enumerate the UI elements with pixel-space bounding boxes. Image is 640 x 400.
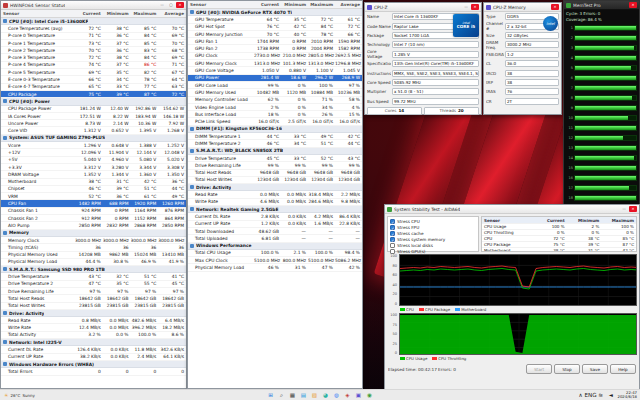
help-button[interactable]: Help	[610, 364, 636, 374]
column-header[interactable]: Current	[254, 2, 281, 7]
aida64-icon[interactable]: ◉	[366, 391, 374, 399]
sensor-row[interactable]: Drive Remaining Life97 %97 %97 %97 %	[1, 288, 186, 295]
close-button[interactable]: ✕	[629, 2, 637, 8]
sensor-group-header[interactable]: Windows Performance	[188, 243, 362, 250]
sensor-row[interactable]: Current DL Rate2.8 KB/s0.0 KB/s4.2 MB/s8…	[188, 213, 362, 220]
minimize-button[interactable]: —	[620, 206, 628, 212]
sensor-row[interactable]: VRM52 °C36 °C61 °C49 °C	[1, 193, 186, 200]
sensor-row[interactable]: Physical Memory Used14208 MB9862 MB15024…	[1, 252, 186, 259]
sensor-row[interactable]: Read Rate0.0 MB/s0.0 MB/s318.4 MB/s2.2 M…	[188, 191, 362, 198]
sensor-group-header[interactable]: Network: Realtek Gaming 2.5GbE	[188, 206, 362, 213]
sensor-row[interactable]: GPU Fan 21738 RPM0 RPM2004 RPM1582 RPM	[188, 45, 362, 52]
aida64-title-bar[interactable]: System Stability Test - AIDA64 — ✕	[385, 205, 639, 214]
close-button[interactable]: ✕	[471, 4, 479, 10]
sensor-row[interactable]: Core VID1.312 V0.652 V1.395 V1.268 V	[1, 127, 186, 134]
sensor-group-header[interactable]: Windows Hardware Errors (WHEA)	[1, 361, 186, 368]
sensor-row[interactable]: GPU Core Voltage1.050 V0.880 V1.100 V1.0…	[188, 67, 362, 74]
maximize-button[interactable]: ▢	[167, 2, 175, 8]
sensor-row[interactable]: Write Rate12.4 MB/s0.0 MB/s396.2 MB/s18.…	[1, 324, 186, 331]
sensor-row[interactable]: Timing (tCAS)36363636	[1, 244, 186, 251]
column-header[interactable]: Maximum	[308, 2, 335, 7]
sensor-row[interactable]: P-core 1 Temperature73 °C37 °C85 °C70 °C	[1, 40, 186, 47]
sensor-row[interactable]: Total Activity3.2 %0.0 %100.0 %8.6 %	[1, 332, 186, 339]
close-button[interactable]: ✕	[629, 206, 637, 212]
sensor-row[interactable]: Physical Memory Load44.4 %30.8 %46.9 %41…	[1, 259, 186, 266]
column-header[interactable]: Average	[335, 2, 362, 7]
sensor-row[interactable]: Total Errors0000	[1, 368, 186, 375]
sensor-row[interactable]: Total Host Writes12304 GB12304 GB12304 G…	[188, 177, 362, 184]
sensor-row[interactable]: Uncore Power8.73 W2.14 W10.36 W7.92 W	[1, 120, 186, 127]
column-header[interactable]: Sensor	[1, 11, 75, 16]
sensor-row[interactable]: CPU Fan1482 RPM688 RPM1920 RPM1260 RPM	[1, 200, 186, 207]
column-header[interactable]: Current	[75, 11, 103, 16]
cpuz-title-bar[interactable]: CPU-Z — ✕	[365, 3, 481, 12]
sensor-row[interactable]: Current DL Rate126.4 KB/s0.0 KB/s11.8 MB…	[1, 346, 186, 353]
checkbox[interactable]	[390, 237, 395, 242]
sensor-group-header[interactable]: Drive: Activity	[1, 310, 186, 317]
sensor-row[interactable]: P-core 0 Temperature71 °C36 °C84 °C69 °C	[1, 33, 186, 40]
close-button[interactable]: ✕	[176, 2, 184, 8]
tray-expand-icon[interactable]: ∧	[577, 391, 585, 399]
volume-icon[interactable]: ◄	[607, 391, 615, 399]
sensor-row[interactable]: Video Engine Load2 %0 %34 %4 %	[188, 104, 362, 111]
sensor-row[interactable]: Read Rate0.8 MB/s0.0 MB/s482.6 MB/s6.4 M…	[1, 317, 186, 324]
column-header[interactable]: Minimum	[281, 2, 308, 7]
sensor-row[interactable]: GPU Memory Junction70 °C40 °C78 °C66 °C	[188, 31, 362, 38]
sensor-row[interactable]: GPU Power281.4 W18.6 W296.2 W268.9 W	[188, 75, 362, 82]
sensor-row[interactable]: Max CPU Clock5100.0 MHz800.0 MHz5100.0 M…	[188, 257, 362, 264]
widgets-icon[interactable]: ▤	[300, 391, 308, 399]
network-icon[interactable]: ≋	[597, 391, 605, 399]
column-header[interactable]: Maximum	[131, 11, 159, 16]
search-icon[interactable]: ⌕	[278, 391, 286, 399]
sensor-row[interactable]: DIMM Temperature 144 °C33 °C49 °C42 °C	[188, 133, 362, 140]
checkbox[interactable]	[390, 225, 395, 230]
sensor-row[interactable]: Chipset46 °C39 °C51 °C44 °C	[1, 186, 186, 193]
sensor-row[interactable]: P-core 3 Temperature72 °C38 °C84 °C69 °C	[1, 54, 186, 61]
table-row[interactable]: Motherboard38 °C31 °C42 °C	[482, 248, 636, 252]
save-button[interactable]: Save	[582, 364, 608, 374]
hwinfo-title-bar[interactable]: HWiNFO64 Sensor Status — ▢ ✕	[1, 1, 186, 10]
sensor-row[interactable]: PCIe Link Speed16.0 GT/s2.5 GT/s16.0 GT/…	[188, 118, 362, 125]
sensor-row[interactable]: GPU Fan 11744 RPM0 RPM2010 RPM1590 RPM	[188, 38, 362, 45]
sensor-group-header[interactable]: GPU [#0]: NVIDIA GeForce RTX 4070 Ti	[188, 9, 362, 16]
sensor-row[interactable]: Total Host Writes23815 GB23815 GB23815 G…	[1, 303, 186, 310]
close-button[interactable]: ✕	[551, 4, 559, 10]
column-header[interactable]: Average	[158, 11, 186, 16]
minimize-button[interactable]: —	[158, 2, 166, 8]
sensor-row[interactable]: Total Host Reads18642 GB18642 GB18642 GB…	[1, 295, 186, 302]
sensor-group-header[interactable]: CPU [#0]: Intel Core i5-13600KF	[1, 18, 186, 25]
stop-button[interactable]: Stop	[554, 364, 580, 374]
sensor-row[interactable]: GPU Core Load99 %0 %100 %97 %	[188, 82, 362, 89]
sensor-row[interactable]: Drive Remaining Life99 %99 %99 %99 %	[188, 162, 362, 169]
sensor-row[interactable]: P-core 4 Temperature74 °C37 °C86 °C71 °C	[1, 62, 186, 69]
sensor-row[interactable]: Core Temperatures (avg)72 °C38 °C85 °C70…	[1, 25, 186, 32]
column-header[interactable]: Minimum	[103, 11, 131, 16]
hwinfo-icon[interactable]: ◈	[344, 391, 352, 399]
sensor-row[interactable]: CPU Package Power181.24 W12.40 W192.86 W…	[1, 106, 186, 113]
sensor-group-header[interactable]: Network: Intel I225-V	[1, 339, 186, 346]
sensor-row[interactable]: AIO Pump2850 RPM2832 RPM2868 RPM2850 RPM	[1, 222, 186, 229]
sensor-group-header[interactable]: CPU [#0]: Power	[1, 98, 186, 105]
sensor-group-header[interactable]: Memory	[1, 230, 186, 237]
minimize-button[interactable]: —	[462, 4, 470, 10]
sensor-row[interactable]: P-core 2 Temperature70 °C36 °C83 °C68 °C	[1, 47, 186, 54]
sensor-row[interactable]: Total Uploaded6.81 GB———	[188, 235, 362, 242]
language-indicator[interactable]: ENG	[587, 391, 595, 399]
sensor-row[interactable]: Vcore1.296 V0.648 V1.388 V1.252 V	[1, 142, 186, 149]
sensor-row[interactable]: GPU Clock2730.0 MHz210.0 MHz2805.0 MHz26…	[188, 53, 362, 60]
sensor-row[interactable]: DRAM Voltage1.352 V1.344 V1.360 V1.350 V	[1, 171, 186, 178]
sensor-row[interactable]: P-core 5 Temperature69 °C35 °C82 °C67 °C	[1, 69, 186, 76]
sensor-row[interactable]: Chassis Fan 2912 RPM0 RPM1152 RPM864 RPM	[1, 215, 186, 222]
sensor-row[interactable]: Current UP Rate1.2 KB/s0.0 KB/s1.6 MB/s2…	[188, 221, 362, 228]
sensor-row[interactable]: +5V5.040 V4.960 V5.080 V5.020 V	[1, 157, 186, 164]
sensor-row[interactable]: Bus Interface Load18 %0 %26 %15 %	[188, 111, 362, 118]
sensor-row[interactable]: +12V12.096 V11.904 V12.144 V12.048 V	[1, 149, 186, 156]
sensor-row[interactable]: Drive Temperature43 °C32 °C51 °C41 °C	[1, 273, 186, 280]
sensor-row[interactable]: E-core 4-7 Temperature65 °C33 °C77 °C63 …	[1, 84, 186, 91]
sensor-row[interactable]: GPU Hot Spot76 °C42 °C84 °C72 °C	[188, 24, 362, 31]
sensor-row[interactable]: Drive Temperature 247 °C35 °C55 °C45 °C	[1, 281, 186, 288]
weather-widget[interactable]: ☀ 26°C Sunny	[4, 392, 35, 398]
sensor-row[interactable]: Drive Temperature45 °C33 °C52 °C43 °C	[188, 155, 362, 162]
taskbar-clock[interactable]: 22:47 2024/6/18	[618, 391, 637, 400]
checkbox[interactable]	[390, 231, 395, 236]
